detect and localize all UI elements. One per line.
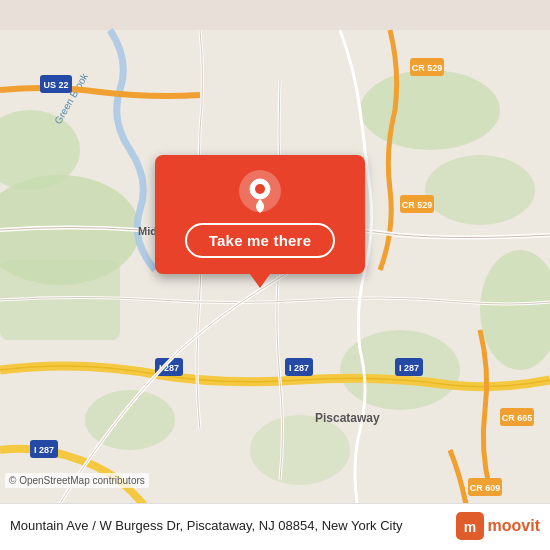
svg-text:CR 609: CR 609 — [470, 483, 501, 493]
svg-text:Piscataway: Piscataway — [315, 411, 380, 425]
svg-point-9 — [85, 390, 175, 450]
svg-point-8 — [250, 415, 350, 485]
location-pin-icon — [238, 169, 282, 213]
svg-text:CR 665: CR 665 — [502, 413, 533, 423]
svg-text:US 22: US 22 — [43, 80, 68, 90]
svg-point-33 — [255, 184, 265, 194]
moovit-logo-icon: m — [456, 512, 484, 540]
svg-text:m: m — [463, 519, 475, 535]
location-popup: Take me there — [155, 155, 365, 274]
svg-text:I 287: I 287 — [399, 363, 419, 373]
copyright-text: © OpenStreetMap contributors — [5, 473, 149, 488]
svg-point-5 — [425, 155, 535, 225]
svg-text:CR 529: CR 529 — [402, 200, 433, 210]
svg-text:I 287: I 287 — [34, 445, 54, 455]
map-container: Green Brook I 287 I 287 I 287 I 287 CR 5… — [0, 0, 550, 550]
moovit-logo: m moovit — [456, 512, 540, 540]
info-bar: Mountain Ave / W Burgess Dr, Piscataway,… — [0, 503, 550, 550]
svg-text:I 287: I 287 — [289, 363, 309, 373]
take-me-there-button[interactable]: Take me there — [185, 223, 335, 258]
map-background: Green Brook I 287 I 287 I 287 I 287 CR 5… — [0, 0, 550, 550]
moovit-wordmark: moovit — [488, 517, 540, 535]
svg-text:CR 529: CR 529 — [412, 63, 443, 73]
svg-point-4 — [360, 70, 500, 150]
copyright-label: © OpenStreetMap contributors — [9, 475, 145, 486]
address-text: Mountain Ave / W Burgess Dr, Piscataway,… — [10, 517, 446, 535]
